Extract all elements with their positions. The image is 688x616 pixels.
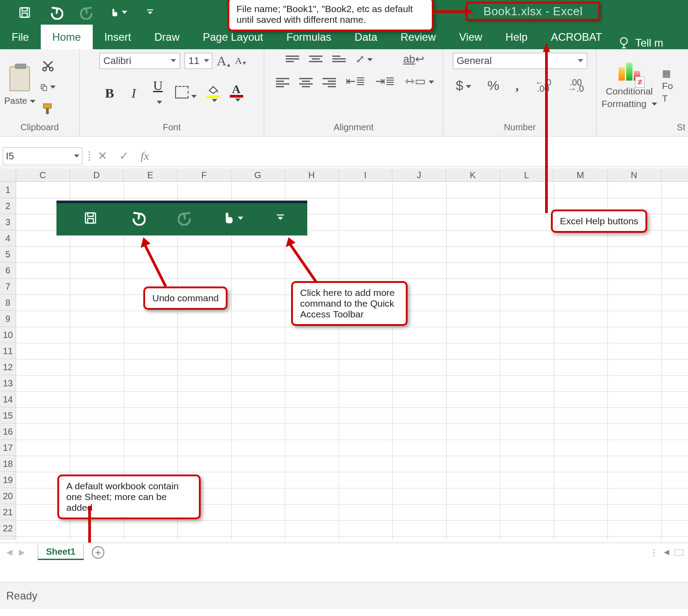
row-header[interactable]: 2 — [0, 198, 16, 214]
row-header[interactable]: 17 — [0, 440, 16, 456]
row-header[interactable]: 3 — [0, 214, 16, 230]
paste-button[interactable]: Paste — [4, 66, 36, 106]
insert-function-icon[interactable]: fx — [141, 150, 149, 163]
col-header[interactable]: I — [339, 168, 392, 181]
svg-rect-14 — [43, 103, 52, 108]
tab-home[interactable]: Home — [41, 25, 93, 49]
touch-mode-icon[interactable] — [110, 4, 127, 21]
decrease-decimal-button[interactable]: .00→.0 — [568, 79, 584, 92]
callout-sheets: A default workbook contain one Sheet; mo… — [57, 475, 201, 519]
align-top-icon[interactable] — [286, 54, 299, 64]
col-header[interactable]: J — [392, 168, 446, 181]
cancel-icon[interactable]: ✕ — [98, 149, 108, 163]
col-header[interactable]: G — [231, 168, 285, 181]
col-header[interactable]: K — [446, 168, 500, 181]
merge-center-button[interactable]: ⇿▭ — [405, 74, 434, 88]
tab-draw[interactable]: Draw — [143, 25, 191, 49]
format-painter-icon[interactable] — [40, 102, 56, 116]
row-header[interactable]: 15 — [0, 407, 16, 424]
font-color-button[interactable]: A — [230, 85, 243, 102]
row-header[interactable]: 4 — [0, 230, 16, 246]
enter-icon[interactable]: ✓ — [119, 149, 129, 163]
new-sheet-button[interactable]: ＋ — [92, 546, 104, 559]
fill-color-button[interactable] — [206, 85, 220, 102]
tell-me-search[interactable]: Tell m — [619, 37, 663, 49]
increase-font-icon[interactable]: A▴ — [217, 53, 231, 68]
col-header[interactable]: N — [607, 168, 661, 181]
font-size-combo[interactable]: 11 — [185, 53, 212, 69]
row-header[interactable]: 21 — [0, 504, 16, 520]
row-header[interactable]: 1 — [0, 182, 16, 198]
qat-illus-undo-icon — [126, 206, 150, 230]
redo-icon[interactable] — [79, 4, 96, 21]
align-center-icon[interactable] — [299, 77, 313, 86]
name-box[interactable]: I5 — [3, 147, 82, 165]
tell-me-label: Tell m — [635, 37, 663, 49]
row-header[interactable]: 8 — [0, 295, 16, 311]
underline-button[interactable]: U — [151, 78, 165, 108]
wrap-text-button[interactable]: ab↩ — [403, 53, 424, 65]
decrease-indent-icon[interactable]: ⇤≣ — [346, 74, 366, 88]
font-name-combo[interactable]: Calibri — [99, 53, 180, 69]
increase-indent-icon[interactable]: ⇥≣ — [375, 74, 395, 88]
align-middle-icon[interactable] — [309, 54, 322, 64]
sheet-tab-active[interactable]: Sheet1 — [38, 545, 84, 560]
accounting-format-button[interactable]: $ — [456, 78, 471, 93]
row-header[interactable]: 10 — [0, 327, 16, 343]
col-header[interactable]: M — [554, 168, 607, 181]
orientation-button[interactable]: ⤢ — [356, 53, 373, 65]
row-header[interactable]: 20 — [0, 488, 16, 504]
decrease-font-icon[interactable]: A▾ — [235, 55, 246, 67]
svg-marker-24 — [543, 43, 550, 52]
svg-marker-20 — [278, 217, 283, 220]
svg-line-25 — [145, 245, 166, 287]
column-headers[interactable]: CDEFGHIJKLMN — [16, 168, 688, 182]
tab-insert[interactable]: Insert — [93, 25, 143, 49]
align-left-icon[interactable] — [276, 77, 289, 86]
sheet-scroll[interactable]: ⋮◄ — [649, 547, 684, 558]
col-header[interactable]: D — [70, 168, 124, 181]
col-header[interactable]: H — [285, 168, 339, 181]
select-all-corner[interactable] — [0, 168, 16, 182]
align-bottom-icon[interactable] — [332, 54, 346, 64]
row-header[interactable]: 14 — [0, 391, 16, 407]
col-header[interactable]: C — [16, 168, 70, 181]
format-as-table-button[interactable]: ▦ Fo T — [662, 68, 680, 104]
align-right-icon[interactable] — [322, 77, 336, 86]
row-header[interactable]: 5 — [0, 246, 16, 262]
row-header[interactable]: 12 — [0, 359, 16, 375]
save-icon[interactable] — [16, 4, 33, 21]
row-headers[interactable]: 12345678910111213141516171819202122 — [0, 182, 16, 540]
window-title: Book1.xlsx - Excel — [466, 2, 600, 21]
row-header[interactable]: 22 — [0, 520, 16, 536]
sheet-nav[interactable]: ◄ ► — [4, 547, 27, 558]
tab-file[interactable]: File — [0, 25, 41, 49]
row-header[interactable]: 7 — [0, 278, 16, 295]
row-header[interactable]: 6 — [0, 262, 16, 278]
conditional-formatting-button[interactable]: ≠ Conditional Formatting — [600, 63, 658, 109]
tab-help[interactable]: Help — [494, 25, 539, 49]
col-header[interactable]: F — [177, 168, 231, 181]
formula-input[interactable] — [149, 147, 688, 165]
comma-format-button[interactable]: , — [516, 78, 519, 93]
percent-format-button[interactable]: % — [487, 78, 499, 93]
customize-qat-dropdown[interactable] — [142, 4, 159, 21]
col-header[interactable]: E — [124, 168, 177, 181]
font-color-swatch — [230, 95, 243, 98]
italic-button[interactable]: I — [127, 86, 141, 101]
cut-icon[interactable] — [40, 59, 56, 73]
undo-icon[interactable] — [47, 4, 64, 21]
borders-button[interactable] — [175, 86, 197, 100]
row-header[interactable]: 13 — [0, 375, 16, 391]
copy-icon[interactable] — [40, 81, 56, 94]
row-header[interactable]: 19 — [0, 472, 16, 488]
tab-view[interactable]: View — [447, 25, 494, 49]
row-header[interactable]: 11 — [0, 343, 16, 359]
row-header[interactable]: 18 — [0, 456, 16, 472]
number-format-combo[interactable]: General — [453, 53, 587, 69]
formula-bar: I5 ✕ ✓ fx — [0, 145, 688, 167]
row-header[interactable]: 16 — [0, 424, 16, 440]
row-header[interactable]: 9 — [0, 311, 16, 327]
bold-button[interactable]: B — [103, 86, 117, 101]
cond-fmt-label1: Conditional — [606, 86, 653, 97]
